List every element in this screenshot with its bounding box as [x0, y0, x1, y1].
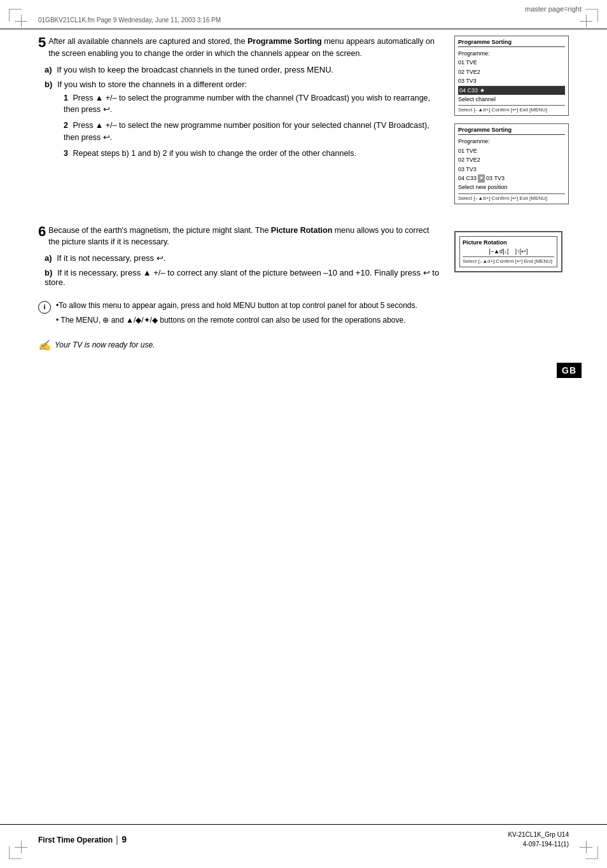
step5-bold-term: Programme Sorting — [248, 37, 322, 46]
step6-number: 6 — [38, 225, 46, 239]
step5-num3: 3 — [64, 149, 68, 158]
step5-body: 5 After all available channels are captu… — [38, 36, 442, 60]
step5-screens: Programme Sorting Programme: 01 TVE 02 T… — [454, 36, 569, 212]
step5-sub-a: a) If you wish to keep the broadcast cha… — [45, 65, 442, 74]
step6-sub-b-text: If it is necessary, press ▲ +/– to corre… — [45, 268, 439, 287]
step5-sub-b-2: 2 Press ▲ +/– to select the new programm… — [64, 120, 442, 144]
step5-num2-text: Press ▲ +/– to select the new programme … — [64, 121, 429, 142]
page-number: 9 — [122, 834, 127, 844]
info-bullet-1: •To allow this menu to appear again, pre… — [56, 300, 569, 312]
step5-intro: After all available channels are capture… — [48, 37, 245, 46]
info-box: i •To allow this menu to appear again, p… — [38, 300, 569, 329]
step5-num3-text: Repeat steps b) 1 and b) 2 if you wish t… — [73, 149, 356, 158]
step5-sub-a-text: If you wish to keep the broadcast channe… — [57, 65, 333, 74]
step5-sub-a-label: a) — [45, 65, 52, 74]
ready-text: Your TV is now ready for use. — [55, 340, 155, 349]
step5-text: 5 After all available channels are captu… — [38, 36, 442, 212]
header-right: master page=right — [525, 5, 582, 13]
main-content: 5 After all available channels are captu… — [0, 29, 607, 364]
footer-model: KV-21CL1K_Grp U14 — [508, 830, 569, 839]
step5-sub-b-text: If you wish to store the channels in a d… — [57, 80, 247, 89]
rotation-control: [–▲d]↓[ ]↑[↩] — [463, 248, 554, 255]
footer-part: 4-097-194-11(1) — [508, 839, 569, 849]
step5-numbered-subs: 1 Press ▲ +/– to select the programme nu… — [64, 92, 442, 160]
footer-left: First Time Operation │ 9 — [38, 834, 127, 844]
ready-note: ✍ Your TV is now ready for use. — [38, 339, 569, 351]
screen1-row2: 02 TVE2 — [458, 67, 565, 76]
step5-num1-text: Press ▲ +/– to select the programme numb… — [64, 94, 430, 115]
step6-sub-a-text: If it is not necessary, press ↩. — [57, 253, 165, 263]
step6-screen-panel: Picture Rotation [–▲d]↓[ ]↑[↩] Select [–… — [454, 225, 569, 288]
screen2-row4-num: 04 C33 — [458, 174, 477, 183]
step5-section: 5 After all available channels are captu… — [38, 36, 569, 212]
ready-icon: ✍ — [38, 339, 51, 351]
step5-screen2: Programme Sorting Programme: 01 TVE 02 T… — [454, 123, 569, 204]
step5-sub-b-3: 3 Repeat steps b) 1 and b) 2 if you wish… — [64, 148, 442, 160]
gb-badge: GB — [557, 363, 582, 378]
picture-rotation-outer: Picture Rotation [–▲d]↓[ ]↑[↩] Select [–… — [454, 231, 562, 272]
screen1-footer: Select [–▲d+] Confirm [↩] Exit [MENU] — [458, 105, 565, 113]
step5-sub-b-1: 1 Press ▲ +/– to select the programme nu… — [64, 92, 442, 116]
screen2-row3: 03 TV3 — [458, 165, 565, 174]
file-info: 01GBKV21CL1K.fm Page 9 Wednesday, June 1… — [0, 15, 607, 29]
screen1-select: Select channel — [458, 95, 565, 104]
info-bullet-2-text: The MENU, ⊕ and ▲/◆/✦/◆ buttons on the r… — [60, 316, 405, 325]
picture-rotation-screen: Picture Rotation [–▲d]↓[ ]↑[↩] Select [–… — [459, 236, 557, 267]
step6-sub-b-label: b) — [45, 268, 52, 277]
step5-screen1: Programme Sorting Programme: 01 TVE 02 T… — [454, 36, 569, 116]
screen2-title: Programme Sorting — [458, 127, 565, 135]
step5-sub-b-label: b) — [45, 80, 52, 89]
step6-sub-b: b) If it is necessary, press ▲ +/– to co… — [45, 268, 442, 287]
info-icon: i — [38, 301, 51, 314]
screen2-row4-move: 04 C33 ★ 03 TV3 — [458, 174, 565, 183]
move-indicator: ★ — [478, 174, 485, 183]
step6-intro: Because of the earth's magnetism, the pi… — [48, 226, 269, 235]
page-footer: First Time Operation │ 9 KV-21CL1K_Grp U… — [0, 824, 607, 849]
step5-number: 5 — [38, 36, 46, 50]
step5-sub-b: b) If you wish to store the channels in … — [45, 80, 442, 160]
screen2-label: Programme: — [458, 137, 565, 146]
screen1-title: Programme Sorting — [458, 39, 565, 47]
rotation-title: Picture Rotation — [463, 239, 554, 246]
rotation-footer: Select [–▲d+] Confirm [↩] End [MENU] — [463, 256, 554, 264]
screen1-row4-highlight: 04 C33 ★ — [458, 86, 565, 95]
screen1-label: Programme: — [458, 49, 565, 58]
screen2-move-dest: 03 TV3 — [486, 174, 505, 183]
step6-section: 6 Because of the earth's magnetism, the … — [38, 225, 569, 288]
info-text: •To allow this menu to appear again, pre… — [56, 300, 569, 329]
footer-right: KV-21CL1K_Grp U14 4-097-194-11(1) — [508, 830, 569, 849]
step6-bold-term: Picture Rotation — [271, 226, 333, 235]
screen2-footer: Select [–▲d+] Confirm [↩] Exit [MENU] — [458, 193, 565, 201]
info-bullet-2: • The MENU, ⊕ and ▲/◆/✦/◆ buttons on the… — [56, 314, 569, 326]
step6-body: 6 Because of the earth's magnetism, the … — [38, 225, 442, 249]
step6-text: 6 Because of the earth's magnetism, the … — [38, 225, 442, 288]
screen2-row2: 02 TVE2 — [458, 155, 565, 164]
step5-num2: 2 — [64, 121, 68, 130]
footer-label: First Time Operation — [38, 836, 113, 844]
screen1-row3: 03 TV3 — [458, 76, 565, 85]
screen1-row1: 01 TVE — [458, 58, 565, 67]
step6-sub-a: a) If it is not necessary, press ↩. — [45, 253, 442, 263]
page-header: master page=right — [0, 0, 607, 15]
info-bullet-1-text: To allow this menu to appear again, pres… — [59, 301, 417, 310]
screen2-row1: 01 TVE — [458, 146, 565, 155]
footer-separator: │ — [115, 836, 122, 844]
step6-sub-a-label: a) — [45, 253, 52, 263]
screen2-select-new: Select new position — [458, 183, 565, 192]
step5-num1: 1 — [64, 94, 68, 102]
